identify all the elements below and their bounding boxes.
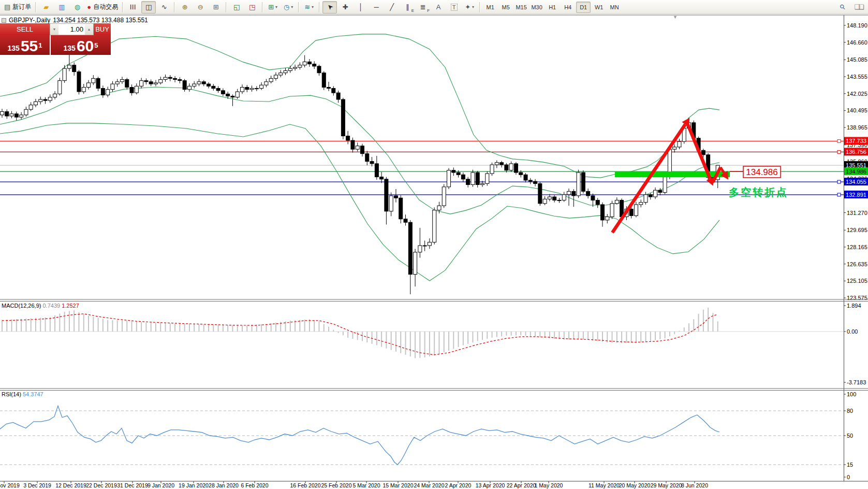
date-label: 9 Jan 2020 (148, 482, 174, 488)
rsi-axis-label: 50 (847, 433, 853, 439)
candle (216, 89, 220, 91)
candle (207, 84, 211, 86)
date-label: 24 Mar 2020 (414, 482, 445, 488)
buy-button[interactable]: BUY (94, 23, 111, 35)
candle (471, 172, 475, 185)
date-label: 31 Dec 2019 (117, 482, 148, 488)
sell-button[interactable]: SELL (0, 23, 50, 35)
candle (39, 99, 42, 102)
candle (106, 90, 110, 95)
candle (121, 79, 124, 81)
candle (644, 195, 648, 203)
candle (279, 73, 283, 75)
candle (183, 81, 186, 90)
candle (701, 150, 705, 155)
candle (437, 206, 441, 210)
candle (615, 200, 619, 203)
date-label: 5 Mar 2020 (352, 482, 380, 488)
candle (34, 102, 37, 105)
candle (639, 203, 643, 205)
date-label: 19 Jan 2020 (179, 482, 209, 488)
date-label: 24 Nov 2019 (0, 482, 20, 488)
date-label: 15 Mar 2020 (383, 482, 414, 488)
candle (509, 164, 513, 170)
volume-input[interactable] (58, 24, 85, 35)
date-label: 29 May 2020 (651, 482, 682, 488)
candle (610, 204, 614, 217)
candle (250, 89, 254, 90)
rsi-axis-label: 100 (847, 391, 856, 397)
ohlc-readout: 134.254 135.573 133.488 135.551 (53, 17, 148, 24)
sell-price-display[interactable]: 135551 (0, 35, 51, 55)
candle (10, 114, 13, 116)
candle (534, 181, 537, 183)
panel-collapse-icon[interactable]: ▼ (673, 15, 678, 20)
candle (58, 81, 62, 94)
candle (1, 111, 4, 114)
candle (187, 86, 191, 89)
volume-down-button[interactable]: ▼ (50, 24, 58, 35)
candle (452, 170, 455, 172)
candle (193, 84, 196, 86)
candle (130, 87, 134, 93)
price-tick-label: 128.165 (847, 244, 867, 250)
date-label: 11 May 2020 (589, 482, 620, 488)
candle (678, 141, 681, 147)
candle (418, 246, 422, 252)
macd-axis-label: -3.7183 (847, 379, 866, 385)
candle (457, 172, 460, 175)
hline-handle (837, 193, 841, 196)
rsi-axis-label: 15 (847, 462, 853, 468)
candle (154, 83, 157, 84)
candle (567, 191, 571, 194)
candle (212, 86, 215, 88)
candle (380, 177, 384, 179)
candle (562, 195, 566, 200)
buy-price-display[interactable]: 135605 (51, 35, 111, 55)
price-tick-label: 138.965 (847, 124, 867, 131)
candle (548, 197, 551, 199)
candle (673, 147, 676, 149)
candle (144, 81, 148, 82)
candle (447, 170, 451, 187)
candle (135, 86, 138, 93)
price-chart[interactable]: 134.986多空转折点148.190146.660145.085143.555… (0, 0, 868, 489)
candle (649, 195, 652, 197)
candle (658, 190, 662, 192)
candle (260, 85, 263, 88)
candle (490, 165, 494, 174)
candle (178, 79, 182, 80)
price-tick-label: 123.575 (847, 295, 867, 301)
candle (346, 136, 350, 140)
chart-area[interactable]: 134.986多空转折点148.190146.660145.085143.555… (0, 15, 868, 489)
candle (596, 200, 599, 205)
hline-handle (837, 180, 841, 183)
price-tick-label: 148.190 (847, 22, 867, 28)
candle (428, 242, 431, 246)
candle (370, 162, 374, 164)
date-label: 12 Dec 2019 (55, 482, 86, 488)
candle (317, 66, 321, 73)
candle (543, 199, 547, 204)
candle (269, 78, 273, 81)
macd-axis-label: 0.00 (847, 328, 858, 335)
candle (332, 89, 335, 93)
candle (5, 111, 9, 116)
candle (77, 72, 81, 92)
candle (365, 154, 369, 162)
rsi-axis-label: 0 (847, 474, 850, 480)
candle (264, 82, 268, 85)
candle (433, 210, 436, 242)
candle (524, 175, 527, 180)
candle (293, 67, 297, 68)
candle (24, 109, 28, 115)
date-label: 8 Jun 2020 (681, 482, 708, 488)
candle (481, 183, 484, 184)
candle (385, 179, 388, 211)
volume-up-button[interactable]: ▲ (85, 24, 93, 35)
candle (197, 82, 201, 84)
candle (336, 93, 340, 99)
candle (284, 70, 287, 73)
date-label: 20 May 2020 (619, 482, 651, 488)
candle (236, 92, 239, 97)
